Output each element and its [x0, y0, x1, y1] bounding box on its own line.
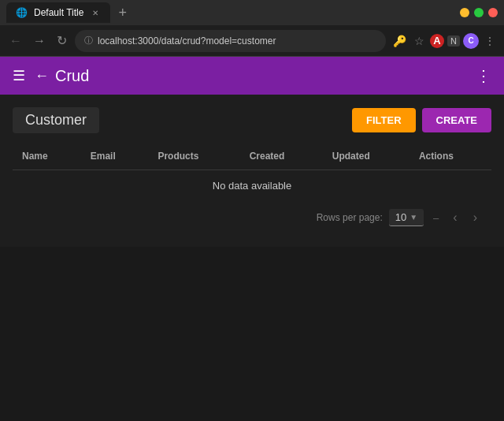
- table-header-row: Name Email Products Created Updated Acti…: [13, 143, 491, 170]
- col-created: Created: [240, 143, 323, 170]
- app-bar: ☰ ← Crud ⋮: [0, 57, 504, 95]
- maximize-button[interactable]: [474, 8, 484, 17]
- page-info: –: [430, 212, 442, 224]
- no-data-message: No data available: [13, 170, 491, 202]
- main-content: Customer FILTER CReATE Name Email Produc…: [0, 95, 504, 247]
- rows-chevron-icon: ▼: [410, 213, 417, 222]
- page-title: Customer: [13, 107, 99, 133]
- user-avatar[interactable]: C: [463, 33, 479, 49]
- col-updated: Updated: [323, 143, 410, 170]
- active-tab[interactable]: 🌐 Default Title ✕: [6, 2, 110, 23]
- back-button[interactable]: ←: [6, 31, 25, 51]
- data-table: Name Email Products Created Updated Acti…: [13, 143, 491, 201]
- tab-close-button[interactable]: ✕: [90, 7, 101, 18]
- table-wrapper: Name Email Products Created Updated Acti…: [13, 143, 491, 201]
- filter-button[interactable]: FILTER: [352, 108, 416, 132]
- prev-page-button[interactable]: ‹: [448, 209, 461, 226]
- rows-per-page-select[interactable]: 10 ▼: [389, 209, 424, 226]
- col-name: Name: [13, 143, 81, 170]
- forward-button[interactable]: →: [30, 31, 49, 51]
- rows-per-page-value: 10: [395, 211, 406, 223]
- close-button[interactable]: [488, 8, 498, 17]
- bookmark-icon[interactable]: ☆: [412, 32, 427, 50]
- app-title: Crud: [55, 67, 476, 85]
- col-products: Products: [148, 143, 239, 170]
- minimize-button[interactable]: [460, 8, 469, 17]
- menu-icon[interactable]: ☰: [13, 67, 25, 84]
- app-back-icon[interactable]: ←: [35, 68, 49, 84]
- pagination: Rows per page: 10 ▼ – ‹ ›: [13, 201, 491, 234]
- page-header: Customer FILTER CReATE: [13, 107, 491, 133]
- new-tab-button[interactable]: +: [113, 3, 132, 23]
- next-page-button[interactable]: ›: [469, 209, 482, 226]
- refresh-button[interactable]: ↻: [54, 30, 70, 51]
- browser-menu-icon[interactable]: ⋮: [482, 32, 498, 50]
- tab-title: Default Title: [34, 7, 83, 18]
- address-bar-icon: ⓘ: [84, 35, 93, 47]
- col-actions: Actions: [410, 143, 491, 170]
- create-button[interactable]: CReATE: [422, 108, 491, 132]
- app-more-icon[interactable]: ⋮: [476, 66, 491, 85]
- header-actions: FILTER CReATE: [352, 108, 491, 132]
- address-text: localhost:3000/data/crud?model=customer: [98, 35, 376, 47]
- extension-icon-1[interactable]: A: [430, 34, 444, 48]
- address-bar[interactable]: ⓘ localhost:3000/data/crud?model=custome…: [75, 30, 386, 52]
- extension-icon-2[interactable]: N: [447, 35, 460, 47]
- col-email: Email: [81, 143, 149, 170]
- tab-favicon: 🌐: [16, 7, 28, 18]
- rows-per-page-label: Rows per page:: [317, 212, 383, 223]
- lock-icon[interactable]: 🔑: [391, 32, 409, 50]
- empty-row: No data available: [13, 170, 491, 202]
